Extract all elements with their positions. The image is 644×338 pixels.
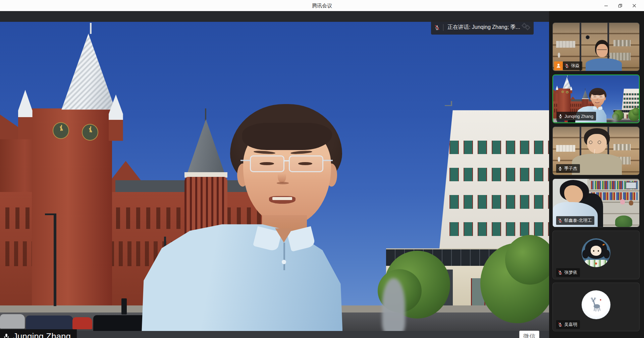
tile-badges: 张梦依 (556, 268, 580, 277)
lamppost-arm (45, 213, 56, 215)
main-stage: UNIVERSITY OF LIVERPOOL ELECTRICAL ENGIN… (0, 11, 549, 338)
speaking-banner: 正在讲话: Junqing Zhang; 季... (431, 20, 534, 35)
teddy-bear (629, 200, 633, 205)
speaker-nose (278, 167, 286, 183)
name-chip: Junqing Zhang (556, 112, 596, 120)
main-speaker-name: Junqing Zhang (13, 331, 71, 338)
banner-divider (443, 24, 443, 31)
spire-finial (90, 23, 91, 34)
shelf-prop (556, 41, 575, 48)
meeting-logo-watermark (522, 23, 530, 32)
parked-car (72, 317, 92, 329)
minimize-icon (603, 3, 609, 8)
avatar (582, 290, 610, 319)
meeting-window: 腾讯会议 (0, 0, 644, 338)
turret-finial (585, 88, 585, 90)
main-video: UNIVERSITY OF LIVERPOOL ELECTRICAL ENGIN… (0, 22, 549, 331)
window-row (624, 93, 639, 95)
window-controls (599, 0, 641, 11)
person-body (586, 58, 622, 71)
host-badge (554, 61, 563, 70)
tile-badges: 季子杰 (556, 164, 580, 173)
glasses-bridge (597, 96, 598, 97)
turret-finial (205, 108, 206, 121)
tile-badges: Junqing Zhang (556, 112, 596, 120)
tile-badges: 郁鑫泰-北理工 (556, 216, 594, 225)
tile-badges: 张焱 (554, 61, 582, 70)
shelf-vase (558, 157, 560, 162)
participant-tile[interactable]: 郁鑫泰-北理工 (552, 179, 640, 227)
shelf-clock (586, 35, 590, 39)
wechat-tooltip: 微信 (519, 331, 539, 338)
restore-icon (618, 3, 623, 8)
speaker-video-scene: UNIVERSITY OF LIVERPOOL ELECTRICAL ENGIN… (0, 22, 549, 331)
lamppost (54, 213, 56, 306)
blurred-foreground (382, 278, 405, 331)
participant-name: 季子杰 (564, 165, 577, 172)
traffic-light (121, 298, 127, 315)
name-chip: 季子杰 (556, 164, 580, 173)
minimize-button[interactable] (599, 0, 613, 11)
mic-on-icon (558, 114, 563, 118)
mic-muted-icon (434, 24, 440, 31)
shelf-prop (556, 145, 575, 152)
tower-pinnacle (556, 86, 558, 93)
plant (615, 215, 633, 227)
stage-bottom-strip (0, 331, 549, 338)
person-face (596, 44, 608, 57)
speaker-nostril (596, 100, 598, 100)
avatar-face (591, 246, 602, 255)
deer-avatar (582, 290, 610, 319)
tower-pinnacle (18, 90, 33, 139)
turret-roof (582, 90, 588, 98)
glasses-temple (240, 160, 250, 161)
window-row (449, 141, 549, 154)
glasses-temple (604, 96, 605, 97)
participant-tile[interactable]: 张焱 (552, 22, 640, 71)
participant-tile[interactable]: 张梦依 (552, 231, 640, 279)
close-icon (632, 3, 637, 8)
deer-icon (587, 296, 605, 314)
blurred-foreground (613, 114, 616, 123)
anime-girl-avatar (582, 238, 610, 267)
restore-button[interactable] (613, 0, 627, 11)
mic-muted-icon (565, 63, 569, 68)
shelf-vase (558, 53, 560, 58)
name-chip: 张梦依 (556, 268, 580, 277)
participant-name: 郁鑫泰-北理工 (564, 218, 592, 224)
speaker-nostril (277, 182, 289, 184)
spire-finial (567, 75, 568, 77)
participant-name: 吴嘉明 (564, 322, 577, 328)
speaker-teeth (272, 197, 292, 200)
glasses-bridge (284, 160, 289, 162)
person-glasses (597, 49, 607, 50)
tower-spire-pattern (563, 77, 571, 89)
clock-face (82, 124, 98, 141)
mic-muted-icon (558, 270, 562, 275)
main-speaker-label: Junqing Zhang (0, 329, 77, 338)
participant-tile[interactable]: 季子杰 (552, 127, 640, 175)
participants-sidebar: 张焱 (549, 11, 644, 338)
window-row (449, 168, 549, 182)
window-title: 腾讯会议 (0, 0, 644, 11)
close-button[interactable] (627, 0, 641, 11)
tower-spire-pattern (61, 34, 115, 110)
mic-on-icon (3, 333, 10, 338)
tile-badges: 吴嘉明 (556, 320, 580, 329)
shelf-prop (613, 40, 631, 46)
clock-face (53, 122, 69, 139)
window-titlebar: 腾讯会议 (0, 0, 644, 11)
parked-car (26, 316, 73, 330)
parked-car (0, 314, 25, 328)
speaking-banner-text: 正在讲话: Junqing Zhang; 季... (447, 24, 520, 31)
window-row (624, 102, 639, 104)
name-chip: 郁鑫泰-北理工 (556, 216, 594, 225)
participant-tile[interactable]: UNIVERSITY OF LIVERPOOL ELECTRICAL ENGIN… (552, 75, 640, 123)
shirt-placket (283, 243, 285, 271)
participant-name: Junqing Zhang (565, 114, 593, 119)
name-chip: 张焱 (563, 61, 582, 70)
photo-frame (626, 182, 637, 189)
mic-muted-icon (558, 218, 562, 223)
clock-face (566, 91, 569, 94)
participant-tile[interactable]: 吴嘉明 (552, 283, 640, 331)
